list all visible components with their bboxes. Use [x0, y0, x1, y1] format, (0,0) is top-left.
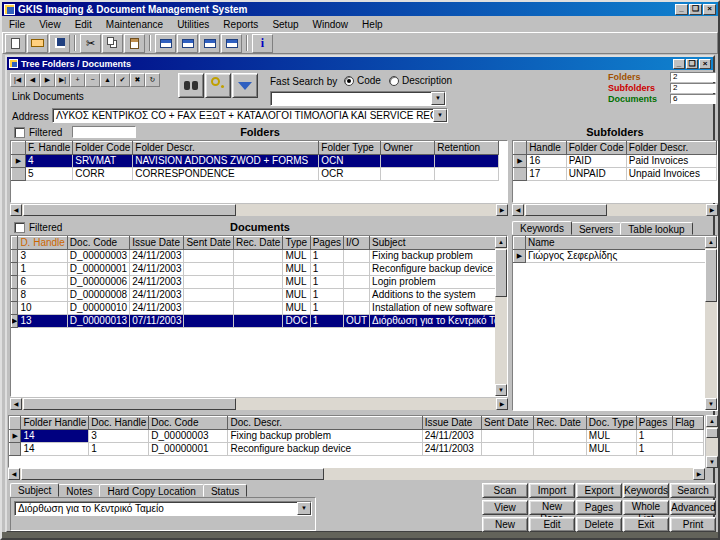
fast-search-input[interactable]: ▼ — [270, 91, 446, 106]
table-row[interactable]: ▶16PAIDPaid Invoices — [514, 155, 717, 168]
column-header-doc-handle[interactable]: Doc. Handle — [89, 417, 149, 430]
table-row[interactable]: 17UNPAIDUnpaid Invoices — [514, 168, 717, 181]
cell[interactable]: 3 — [18, 250, 67, 263]
menu-window[interactable]: Window — [306, 18, 356, 31]
cell[interactable]: 6 — [18, 276, 67, 289]
column-header-sent-date[interactable]: Sent Date — [481, 417, 533, 430]
filter-button[interactable] — [232, 73, 258, 98]
menu-maintenance[interactable]: Maintenance — [99, 18, 170, 31]
cell[interactable] — [233, 315, 282, 328]
cell[interactable]: MUL — [283, 302, 310, 315]
keywords-vscrollbar[interactable]: ▲ ▼ — [705, 236, 717, 410]
print-button[interactable]: Print — [670, 517, 716, 532]
scroll-up-icon[interactable]: ▲ — [495, 236, 507, 248]
copy-button[interactable] — [102, 34, 123, 53]
cell[interactable]: OUT — [344, 315, 370, 328]
scroll-up-icon[interactable]: ▲ — [706, 415, 718, 427]
menu-utilities[interactable]: Utilities — [170, 18, 216, 31]
cell[interactable]: 1 — [310, 289, 343, 302]
cell[interactable]: MUL — [586, 430, 636, 443]
cell[interactable]: 14 — [21, 443, 89, 456]
column-header-retention[interactable]: Retention — [435, 142, 499, 155]
cell[interactable]: CORR — [73, 168, 133, 181]
column-header-name[interactable]: Name — [526, 237, 706, 250]
subfolders-hscrollbar[interactable]: ◀ ▶ — [512, 204, 718, 216]
cell[interactable]: NAVISION ADDONS ZWOD + FORMS — [133, 155, 319, 168]
table-row[interactable]: 1D_0000000124/11/2003MUL1Reconfigure bac… — [12, 263, 509, 276]
cell[interactable]: 1 — [89, 443, 149, 456]
keywords-button[interactable]: Keywords — [623, 483, 669, 498]
cell[interactable]: 16 — [527, 155, 567, 168]
menu-help[interactable]: Help — [355, 18, 390, 31]
cell[interactable]: Fixing backup problem — [228, 430, 422, 443]
cut-button[interactable]: ✂ — [80, 34, 101, 53]
menu-edit[interactable]: Edit — [68, 18, 99, 31]
cell[interactable]: D_00000006 — [67, 276, 129, 289]
column-header-handle[interactable]: Handle — [527, 142, 567, 155]
cell[interactable]: MUL — [283, 250, 310, 263]
cell[interactable]: Paid Invoices — [626, 155, 716, 168]
table-row[interactable]: ▶Γιώργος Σεφερλίδης — [514, 250, 706, 263]
column-header-sent-date[interactable]: Sent Date — [184, 237, 233, 250]
new-button[interactable]: New — [482, 517, 528, 532]
cell[interactable] — [435, 168, 499, 181]
last-record-button[interactable]: ▶| — [55, 73, 70, 87]
column-header-rec-date[interactable]: Rec. Date — [233, 237, 282, 250]
post-edit-button[interactable]: ✔ — [115, 73, 130, 87]
column-header-issue-date[interactable]: Issue Date — [422, 417, 481, 430]
scroll-left-icon[interactable]: ◀ — [10, 204, 22, 216]
prior-record-button[interactable]: ◀ — [25, 73, 40, 87]
view-button[interactable]: View — [482, 500, 528, 515]
menu-setup[interactable]: Setup — [265, 18, 305, 31]
cell[interactable] — [344, 263, 370, 276]
scroll-down-icon[interactable]: ▼ — [706, 456, 718, 468]
cell[interactable]: 24/11/2003 — [130, 250, 184, 263]
table-row[interactable]: 6D_0000000624/11/2003MUL1Login problem — [12, 276, 509, 289]
column-header-subject[interactable]: Subject — [370, 237, 508, 250]
arrange-windows-button[interactable] — [221, 34, 242, 53]
child-minimize-button[interactable]: _ — [673, 59, 685, 69]
column-header-folder-handle[interactable]: Folder Handle — [21, 417, 89, 430]
column-header-folder-code[interactable]: Folder Code — [566, 142, 626, 155]
cell[interactable]: 13 — [18, 315, 67, 328]
column-header-pages[interactable]: Pages — [310, 237, 343, 250]
cell[interactable] — [233, 289, 282, 302]
column-header-f-handle[interactable]: F. Handle — [26, 142, 73, 155]
scroll-down-icon[interactable]: ▼ — [705, 398, 717, 410]
cell[interactable]: 24/11/2003 — [422, 430, 481, 443]
menu-view[interactable]: View — [32, 18, 68, 31]
cell[interactable]: UNPAID — [566, 168, 626, 181]
radio-code[interactable]: Code — [344, 75, 381, 86]
cell[interactable]: SRVMAT — [73, 155, 133, 168]
scroll-right-icon[interactable]: ▶ — [496, 204, 508, 216]
tab-status[interactable]: Status — [203, 484, 247, 497]
column-header-folder-code[interactable]: Folder Code — [73, 142, 133, 155]
cell[interactable]: MUL — [283, 276, 310, 289]
radio-code-icon[interactable] — [344, 76, 354, 86]
refresh-data-button[interactable]: ↻ — [145, 73, 160, 87]
whole-list-button[interactable]: Whole List — [623, 500, 669, 515]
save-button[interactable] — [49, 34, 70, 53]
table-row[interactable]: ▶143D_00000003Fixing backup problem24/11… — [10, 430, 704, 443]
edit-button[interactable]: Edit — [529, 517, 575, 532]
tab-subject[interactable]: Subject — [10, 483, 59, 497]
cell[interactable]: Fixing backup problem — [370, 250, 508, 263]
cell[interactable]: D_00000010 — [67, 302, 129, 315]
find-button[interactable] — [178, 73, 204, 98]
cell[interactable]: D_00000008 — [67, 289, 129, 302]
cell[interactable]: Reconfigure backup device — [228, 443, 422, 456]
cell[interactable]: OCN — [319, 155, 381, 168]
scroll-thumb[interactable] — [21, 468, 324, 480]
folders-filter-input[interactable] — [72, 126, 136, 138]
scroll-thumb[interactable] — [525, 204, 607, 216]
cell[interactable] — [184, 315, 233, 328]
cell[interactable] — [481, 443, 533, 456]
cell[interactable]: 24/11/2003 — [422, 443, 481, 456]
column-header-type[interactable]: Type — [283, 237, 310, 250]
cell[interactable] — [673, 430, 704, 443]
cell[interactable]: Γιώργος Σεφερλίδης — [526, 250, 706, 263]
chevron-down-icon[interactable]: ▼ — [431, 92, 445, 105]
new-button[interactable] — [5, 34, 26, 53]
cell[interactable]: MUL — [586, 443, 636, 456]
tab-keywords[interactable]: Keywords — [512, 221, 572, 235]
